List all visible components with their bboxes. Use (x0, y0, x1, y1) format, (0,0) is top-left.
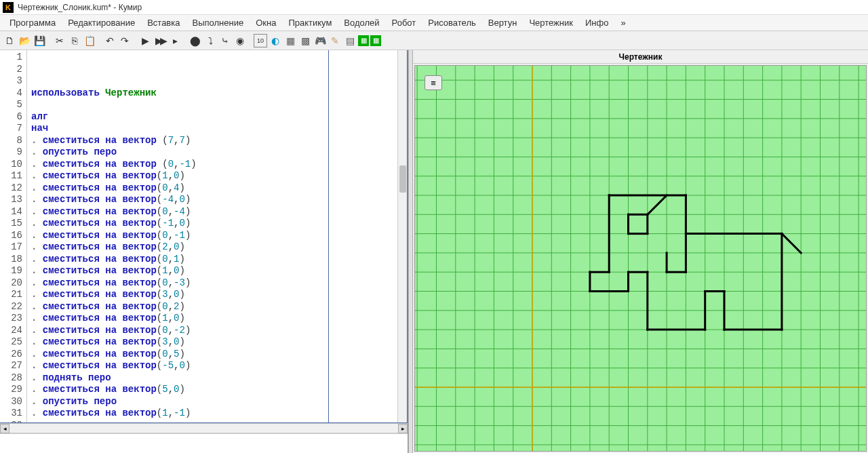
code-line[interactable]: . сместиться на вектор (7,7) (31, 135, 395, 147)
actor-2-icon[interactable]: ◐ (269, 34, 282, 47)
code-area[interactable]: использовать Чертежникалгнач. сместиться… (27, 50, 397, 422)
app-icon: K (3, 2, 14, 13)
menu-item-робот[interactable]: Робот (387, 16, 422, 30)
code-line[interactable]: . сместиться на вектор(0,1) (31, 254, 395, 266)
svg-line-65 (782, 234, 801, 253)
code-line[interactable]: . сместиться на вектор(0,-1) (31, 230, 395, 242)
main-area: 1234567891011121314151617181920212223242… (0, 50, 868, 453)
menu-item-редактирование[interactable]: Редактирование (62, 16, 140, 30)
menu-item-практикум[interactable]: Практикум (283, 16, 337, 30)
undo-icon[interactable]: ↶ (103, 34, 117, 47)
code-line[interactable]: . сместиться на вектор(0,2) (31, 301, 395, 313)
line-gutter: 1234567891011121314151617181920212223242… (0, 50, 27, 422)
actor-5-icon[interactable]: 🎮 (313, 34, 327, 47)
code-line[interactable]: . сместиться на вектор(0,-4) (31, 206, 395, 218)
actor-7-icon[interactable]: ▤ (343, 34, 357, 47)
code-line[interactable]: . поднять перо (31, 420, 395, 423)
cut-icon[interactable]: ✂ (53, 34, 66, 47)
titlebar: K Чертежник_Слоник.kum* - Кумир (0, 0, 868, 15)
breakpoint-icon[interactable]: ◉ (233, 34, 247, 47)
code-line[interactable]: . сместиться на вектор(-5,0) (31, 360, 395, 372)
code-line[interactable]: . поднять перо (31, 372, 395, 385)
run-icon[interactable]: ▶ (138, 34, 152, 47)
menubar: ПрограммаРедактированиеВставкаВыполнение… (0, 15, 868, 31)
code-line[interactable]: использовать Чертежник (31, 87, 395, 100)
save-file-icon[interactable]: 💾 (33, 34, 46, 47)
editor-hscrollbar[interactable]: ◂ ▸ (0, 423, 408, 433)
run-continuous-icon[interactable]: ▶▶ (153, 34, 167, 47)
hscroll-left-icon[interactable]: ◂ (0, 424, 9, 433)
code-line[interactable]: . опустить перо (31, 146, 395, 159)
hscroll-right-icon[interactable]: ▸ (398, 424, 408, 433)
open-file-icon[interactable]: 📂 (18, 34, 31, 47)
code-line[interactable]: . сместиться на вектор(0,5) (31, 349, 395, 361)
copy-icon[interactable]: ⎘ (68, 34, 81, 47)
code-line[interactable]: . сместиться на вектор(5,0) (31, 384, 395, 396)
code-line[interactable]: . сместиться на вектор(3,0) (31, 336, 395, 349)
canvas-menu-button[interactable]: ≡ (425, 75, 442, 90)
actor-6-icon[interactable]: ✎ (328, 34, 342, 47)
menu-item-вертун[interactable]: Вертун (483, 16, 523, 30)
canvas[interactable]: ≡ (414, 65, 867, 452)
code-line[interactable]: нач (31, 123, 395, 135)
new-file-icon[interactable]: 🗋 (3, 34, 16, 47)
code-line[interactable]: . сместиться на вектор(2,0) (31, 241, 395, 254)
menu-item-водолей[interactable]: Водолей (338, 16, 384, 30)
menu-item-рисователь[interactable]: Рисователь (422, 16, 481, 30)
menu-item-чертежник[interactable]: Чертежник (524, 16, 578, 30)
menu-item-выполнение[interactable]: Выполнение (186, 16, 249, 30)
code-line[interactable]: алг (31, 111, 395, 123)
actor-4-icon[interactable]: ▩ (298, 34, 312, 47)
output-panel (0, 433, 408, 453)
editor-vscrollbar[interactable] (397, 50, 407, 422)
code-line[interactable]: . опустить перо (31, 396, 395, 408)
svg-line-70 (648, 195, 667, 214)
menu-item-вставка[interactable]: Вставка (142, 16, 185, 30)
menu-item-программа[interactable]: Программа (4, 16, 61, 30)
code-line[interactable]: . сместиться на вектор(-4,0) (31, 194, 395, 206)
canvas-pane: Чертежник ≡ (413, 50, 868, 453)
menu-item-»[interactable]: » (615, 16, 631, 30)
code-line[interactable]: . сместиться на вектор (0,-1) (31, 159, 395, 171)
actor-1-icon[interactable]: 10 (254, 34, 267, 47)
code-line[interactable]: . сместиться на вектор(1,0) (31, 170, 395, 182)
code-line[interactable]: . сместиться на вектор(0,4) (31, 182, 395, 195)
pane-splitter[interactable] (408, 50, 413, 453)
code-line[interactable]: . сместиться на вектор(1,-1) (31, 408, 395, 420)
scrollbar-thumb[interactable] (399, 165, 406, 193)
stop-icon[interactable]: ⬤ (189, 34, 202, 47)
code-line[interactable]: . сместиться на вектор(0,-3) (31, 277, 395, 290)
actor-3-icon[interactable]: ▦ (283, 34, 297, 47)
menu-item-инфо[interactable]: Инфо (580, 16, 614, 30)
drawing-grid (415, 66, 866, 452)
code-line[interactable]: . сместиться на вектор(0,-2) (31, 325, 395, 337)
step-into-icon[interactable]: ⤷ (218, 34, 232, 47)
code-line[interactable]: . сместиться на вектор(1,0) (31, 265, 395, 277)
code-line[interactable]: . сместиться на вектор(3,0) (31, 289, 395, 301)
editor[interactable]: 1234567891011121314151617181920212223242… (0, 50, 408, 423)
code-line[interactable] (31, 99, 395, 111)
editor-pane: 1234567891011121314151617181920212223242… (0, 50, 408, 453)
step-icon[interactable]: ▸ (168, 34, 182, 47)
code-line[interactable]: . сместиться на вектор(1,0) (31, 313, 395, 325)
paste-icon[interactable]: 📋 (83, 34, 96, 47)
toolbar: 🗋 📂 💾 ✂ ⎘ 📋 ↶ ↷ ▶ ▶▶ ▸ ⬤ ⤵ ⤷ ◉ 10 ◐ ▦ ▩ … (0, 31, 868, 50)
window-title: Чертежник_Слоник.kum* - Кумир (18, 3, 142, 12)
menu-item-окна[interactable]: Окна (250, 16, 281, 30)
code-line[interactable]: . сместиться на вектор(-1,0) (31, 218, 395, 230)
redo-icon[interactable]: ↷ (118, 34, 132, 47)
actor-8-icon[interactable]: ▦ (358, 35, 369, 46)
canvas-title: Чертежник (413, 50, 868, 64)
step-over-icon[interactable]: ⤵ (203, 34, 217, 47)
editor-split-line (328, 50, 329, 422)
actor-9-icon[interactable]: ▦ (370, 35, 381, 46)
